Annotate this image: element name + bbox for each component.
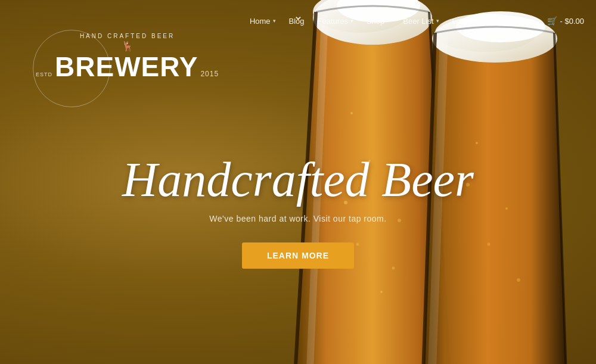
nav-item-contact[interactable]: Contact bbox=[507, 17, 534, 26]
cart-price: - $0.00 bbox=[560, 17, 584, 26]
nav-item-shop[interactable]: Shop ▾ bbox=[367, 17, 390, 26]
hero-subtitle: We've been hard at work. Visit our tap r… bbox=[0, 214, 596, 223]
nav-item-features[interactable]: Features ▾ bbox=[318, 17, 353, 26]
nav-item-home[interactable]: Home ▾ bbox=[250, 17, 276, 26]
learn-more-button[interactable]: Learn More bbox=[242, 242, 354, 269]
nav-item-locate-beer[interactable]: Locate Beer bbox=[452, 17, 494, 26]
logo-year: 2015 bbox=[200, 70, 219, 78]
nav-item-blog[interactable]: Blog bbox=[289, 17, 305, 26]
nav-beer-list-chevron: ▾ bbox=[436, 18, 439, 24]
svg-point-15 bbox=[476, 142, 478, 144]
nav-home-label: Home bbox=[250, 17, 271, 26]
nav-cart[interactable]: 🛒 - $0.00 bbox=[547, 16, 584, 26]
hero-content: Handcrafted Beer We've been hard at work… bbox=[0, 155, 596, 269]
nav-home-chevron: ▾ bbox=[273, 18, 276, 24]
hero-section: ⌄ HAND CRAFTED BEER 🦌 ESTD BREWERY 2015 … bbox=[0, 0, 596, 364]
nav-shop-chevron: ▾ bbox=[387, 18, 390, 24]
logo-estd: ESTD bbox=[36, 71, 52, 77]
nav-features-label: Features bbox=[318, 17, 348, 26]
svg-point-6 bbox=[380, 291, 383, 293]
nav-locate-beer-label: Locate Beer bbox=[452, 17, 494, 26]
logo-brewery-text: BREWERY bbox=[55, 53, 198, 80]
nav-shop-label: Shop bbox=[367, 17, 384, 26]
nav-contact-label: Contact bbox=[507, 17, 534, 26]
svg-point-8 bbox=[350, 112, 353, 114]
nav-item-beer-list[interactable]: Beer List ▾ bbox=[403, 17, 439, 26]
svg-point-16 bbox=[517, 278, 520, 282]
main-navigation: Home ▾ Blog Features ▾ Shop ▾ Beer List … bbox=[0, 0, 596, 42]
nav-beer-list-label: Beer List bbox=[403, 17, 433, 26]
deer-icon: 🦌 bbox=[36, 41, 219, 52]
nav-blog-label: Blog bbox=[289, 17, 305, 26]
nav-items-list: Home ▾ Blog Features ▾ Shop ▾ Beer List … bbox=[250, 16, 584, 26]
nav-features-chevron: ▾ bbox=[350, 18, 353, 24]
cart-icon: 🛒 bbox=[547, 16, 557, 26]
logo-main-row: ESTD BREWERY 2015 bbox=[36, 53, 219, 80]
hero-title: Handcrafted Beer bbox=[0, 155, 596, 204]
